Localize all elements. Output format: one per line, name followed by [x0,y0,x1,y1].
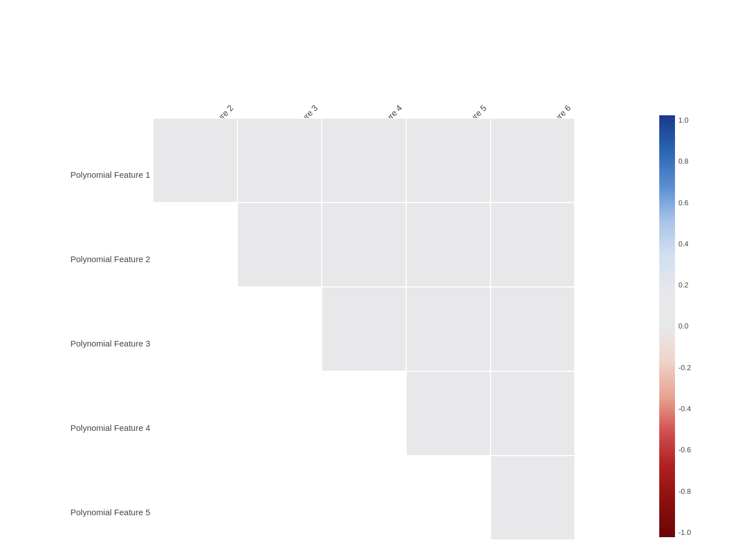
row-label-1: Polynomial Feature 1 [40,132,150,217]
cell-4-4 [490,456,575,540]
row-label-3: Polynomial Feature 3 [40,301,150,385]
cell-3-4 [490,371,575,456]
cell-3-3 [406,371,490,456]
colorbar-label-0.0: 0.0 [678,322,691,330]
cell-1-3 [406,202,490,287]
colorbar-label-0.8: 0.8 [678,158,691,165]
colorbar-label--0.6: -0.6 [678,446,691,453]
col-label-3: Polynomial Feature 3 [237,17,322,115]
cell-0-4 [490,118,575,202]
colorbar-label--0.4: -0.4 [678,405,691,412]
cell-1-2 [322,202,406,287]
cell-2-3 [406,287,490,371]
col-label-5: Polynomial Feature 5 [406,17,490,115]
cell-2-2 [322,287,406,371]
row-label-2: Polynomial Feature 2 [40,217,150,301]
colorbar-label--1.0: -1.0 [678,529,691,536]
col-label-4: Polynomial Feature 4 [322,17,406,115]
cell-0-3 [406,118,490,202]
colorbar-label-0.4: 0.4 [678,240,691,248]
chart-container: Polynomial Feature 2 Polynomial Feature … [40,17,716,523]
cell-1-1 [237,202,322,287]
col-labels-area: Polynomial Feature 2 Polynomial Feature … [153,17,575,118]
colorbar-label-0.6: 0.6 [678,199,691,206]
row-label-5: Polynomial Feature 5 [40,470,150,540]
colorbar-label-1.0: 1.0 [678,116,691,124]
cell-0-1 [237,118,322,202]
correlation-grid [153,118,575,540]
cell-0-2 [322,118,406,202]
cell-2-4 [490,287,575,371]
colorbar-gradient [659,115,675,537]
cell-0-0 [153,118,237,202]
colorbar: 1.0 0.8 0.6 0.4 0.2 0.0 -0.2 -0.4 -0.6 -… [659,115,704,537]
row-label-4: Polynomial Feature 4 [40,385,150,470]
row-labels-area: Polynomial Feature 1 Polynomial Feature … [40,118,150,540]
col-label-2: Polynomial Feature 2 [153,17,237,115]
colorbar-label--0.2: -0.2 [678,364,691,371]
col-label-6: Polynomial Feature 6 [490,17,575,115]
colorbar-label-0.2: 0.2 [678,281,691,289]
cell-1-4 [490,202,575,287]
colorbar-labels: 1.0 0.8 0.6 0.4 0.2 0.0 -0.2 -0.4 -0.6 -… [678,115,691,537]
colorbar-label--0.8: -0.8 [678,488,691,495]
